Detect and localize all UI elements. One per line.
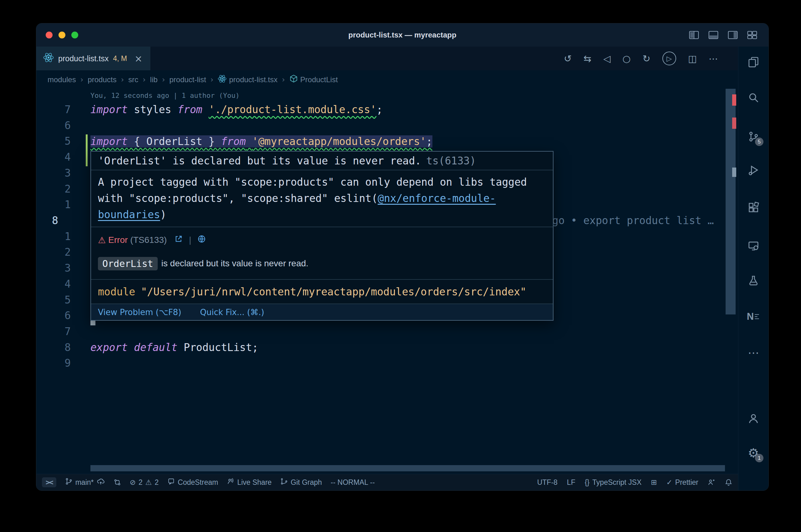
codestream-status[interactable]: CodeStream	[167, 478, 218, 487]
line-number[interactable]: 6	[36, 308, 71, 324]
compare-changes-icon[interactable]: ⇆	[584, 53, 591, 64]
overview-ruler-error-mark	[732, 94, 736, 106]
breadcrumb-separator: ›	[282, 75, 285, 84]
cloud-upload-icon	[97, 477, 105, 487]
react-icon	[218, 74, 226, 85]
source-control-icon[interactable]: 5	[746, 129, 761, 144]
circle-outline-icon[interactable]: ○	[622, 53, 631, 64]
line-number[interactable]: 3	[36, 260, 71, 276]
code-line-import-styles: import styles from './product-list.modul…	[90, 101, 383, 117]
breadcrumb-item-src[interactable]: src	[128, 75, 138, 84]
codelens-blame[interactable]: You, 12 seconds ago | 1 author (You)	[90, 89, 240, 102]
search-icon[interactable]	[746, 90, 761, 105]
current-line-number[interactable]: 8	[52, 212, 58, 228]
run-code-icon[interactable]: ▷	[662, 52, 676, 65]
accounts-icon[interactable]	[746, 411, 761, 426]
line-number[interactable]: 8	[36, 339, 71, 355]
line-number[interactable]: 6	[36, 117, 71, 133]
settings-gear-icon[interactable]: ⚙ 1	[746, 445, 761, 460]
timeline-history-icon[interactable]: ↺	[564, 53, 572, 64]
errors-icon: ⊘	[130, 478, 136, 486]
eol-status[interactable]: LF	[567, 478, 576, 487]
problems-status[interactable]: ⊘ 2 ⚠ 2	[130, 478, 159, 487]
symbol-cube-icon	[289, 74, 298, 85]
nx-console-icon[interactable]: N	[746, 309, 761, 324]
run-debug-icon[interactable]	[746, 163, 761, 177]
tab-product-list[interactable]: product-list.tsx 4, M ×	[36, 46, 151, 70]
line-number[interactable]: 1	[36, 196, 71, 212]
close-tab-icon[interactable]: ×	[134, 53, 142, 64]
toggle-panel-icon[interactable]	[708, 31, 718, 39]
breadcrumb-item-product-list[interactable]: product-list	[169, 75, 206, 84]
horizontal-scrollbar[interactable]	[90, 465, 725, 471]
notifications-bell-icon[interactable]	[725, 478, 732, 486]
split-editor-icon[interactable]	[689, 31, 699, 39]
language-mode-status[interactable]: {} TypeScript JSX	[585, 478, 642, 487]
activity-bar: 5 N ⋯ ⚙ 1	[738, 46, 768, 490]
feedback-icon[interactable]	[708, 478, 715, 486]
line-number[interactable]: 5	[36, 292, 71, 308]
window-controls	[46, 32, 78, 38]
prettier-status[interactable]: ✓ Prettier	[667, 478, 698, 487]
line-number[interactable]: 2	[36, 181, 71, 197]
close-window-button[interactable]	[46, 32, 53, 38]
open-external-icon[interactable]	[174, 235, 183, 245]
navigate-back-icon[interactable]: ◁	[603, 53, 611, 64]
breadcrumb-item-products[interactable]: products	[88, 75, 116, 84]
check-icon: ✓	[667, 478, 672, 487]
navigate-forward-icon[interactable]: ↻	[643, 53, 651, 64]
remote-indicator[interactable]: ><	[42, 477, 56, 487]
error-warning-icon: ⚠	[98, 235, 106, 245]
titlebar: product-list.tsx — myreactapp	[36, 23, 768, 46]
live-share-status[interactable]: Live Share	[227, 478, 272, 487]
encoding-status[interactable]: UTF-8	[537, 478, 558, 487]
more-actions-icon[interactable]: ⋯	[709, 53, 718, 64]
quick-fix-link[interactable]: Quick Fix... (⌘.)	[200, 308, 264, 317]
globe-icon[interactable]	[197, 235, 206, 245]
split-editor-right-icon[interactable]: ◫	[688, 53, 697, 64]
remote-explorer-icon[interactable]	[746, 239, 761, 253]
diagnostic-hover-popup: 'OrderList' is declared but its value is…	[90, 151, 553, 321]
inline-blame-fragment: ago • export product list …	[546, 212, 714, 228]
settings-badge: 1	[755, 454, 763, 462]
zoom-window-button[interactable]	[71, 32, 78, 38]
braces-icon: {}	[585, 478, 589, 487]
line-number[interactable]: 7	[36, 324, 71, 339]
breadcrumb-item-modules[interactable]: modules	[48, 75, 76, 84]
breadcrumb-item-symbol[interactable]: ProductList	[289, 74, 338, 85]
git-branch-status[interactable]: main*	[65, 477, 105, 487]
code-editor[interactable]: 7 6 5 4 3 2 1 8 1 2 3 4 5 6 7 8 9 You, 1…	[36, 89, 738, 474]
hover-error-detail: ⚠ Error(TS6133) | OrderList	[91, 227, 553, 279]
additional-views-icon[interactable]: ⋯	[746, 345, 761, 360]
explorer-icon[interactable]	[746, 54, 761, 70]
overview-ruler-error-mark	[732, 117, 736, 129]
line-number[interactable]: 4	[36, 149, 71, 165]
error-label: Error	[108, 235, 128, 245]
code-line-export-default: export default ProductList;	[90, 339, 258, 355]
view-problem-link[interactable]: View Problem (⌥F8)	[98, 308, 181, 317]
minimize-window-button[interactable]	[58, 32, 66, 38]
line-number[interactable]: 2	[36, 244, 71, 260]
breadcrumb-item-lib[interactable]: lib	[150, 75, 158, 84]
line-number[interactable]: 9	[36, 355, 71, 371]
hover-ts-diagnostic: 'OrderList' is declared but its value is…	[91, 152, 553, 170]
tab-dirty-indicator: 4, M	[113, 54, 127, 63]
testing-beaker-icon[interactable]	[746, 273, 761, 288]
eslint-rule-link[interactable]: @nx/enforce-module-	[378, 192, 496, 205]
toggle-sidebar-right-icon[interactable]	[728, 31, 738, 39]
customize-layout-icon[interactable]	[747, 31, 757, 39]
breadcrumb-item-file[interactable]: product-list.tsx	[218, 74, 277, 85]
git-graph-status[interactable]: Git Graph	[280, 478, 322, 487]
line-number[interactable]: 5	[36, 133, 71, 149]
extension-status-icon[interactable]: ⊞	[651, 478, 657, 486]
line-number[interactable]: 1	[36, 228, 71, 244]
hover-eslint-diagnostic: A project tagged with "scope:products" c…	[91, 170, 553, 227]
hover-resize-grip[interactable]	[90, 320, 95, 325]
extensions-icon[interactable]	[746, 200, 761, 215]
line-number[interactable]: 3	[36, 165, 71, 181]
git-compare-icon[interactable]	[113, 478, 121, 486]
eslint-rule-link[interactable]: boundaries	[98, 208, 160, 221]
vim-mode-indicator[interactable]: -- NORMAL --	[331, 478, 375, 487]
line-number[interactable]: 4	[36, 276, 71, 292]
line-number[interactable]: 7	[36, 101, 71, 117]
